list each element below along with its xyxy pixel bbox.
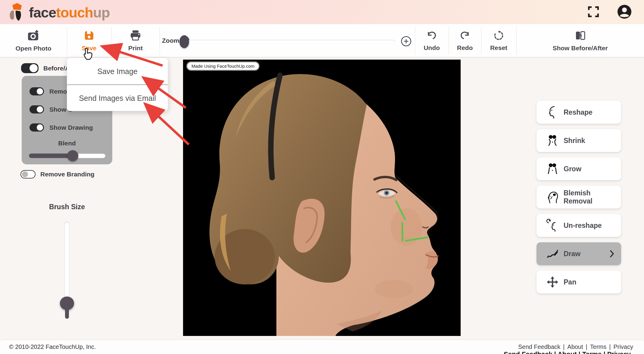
save-dropdown-menu: Save Image Send Images via Email: [67, 58, 168, 111]
brush-size-slider-thumb[interactable]: [60, 297, 74, 310]
remove-toggle[interactable]: [30, 87, 44, 95]
chevron-right-icon: [610, 250, 614, 258]
redo-label: Redo: [457, 44, 473, 51]
save-button[interactable]: Save: [67, 24, 111, 57]
grow-icon: [546, 162, 559, 175]
reset-button[interactable]: Reset: [481, 24, 516, 57]
footer-separator: |: [609, 343, 611, 350]
before-after-icon: [574, 30, 586, 42]
brush-size-slider-track[interactable]: [65, 222, 69, 313]
footer-links: Send Feedback | About | Terms | Privacy: [518, 343, 633, 350]
logo: facetouchup: [8, 2, 110, 23]
tool-grow[interactable]: Grow: [537, 157, 621, 180]
menu-item-send-images-via-email[interactable]: Send Images via Email: [67, 85, 168, 111]
menu-item-save-image[interactable]: Save Image: [67, 58, 168, 85]
zoom-slider-track[interactable]: [183, 40, 395, 44]
reset-icon: [493, 30, 505, 42]
tool-un-reshape[interactable]: Un-reshape: [537, 214, 621, 237]
open-photo-icon: [27, 30, 40, 43]
show-drawing-toggle[interactable]: [30, 123, 44, 132]
zoom-label: Zoom: [162, 37, 179, 44]
app-root: facetouchup: [0, 0, 644, 354]
footer-separator: |: [563, 343, 565, 350]
tool-draw[interactable]: Draw: [537, 242, 621, 265]
redo-button[interactable]: Redo: [449, 24, 481, 57]
show-before-after-button[interactable]: Show Before/After: [516, 24, 644, 57]
open-photo-button[interactable]: Open Photo: [0, 24, 67, 57]
show-c-toggle[interactable]: [30, 105, 44, 113]
print-label: Print: [128, 45, 143, 52]
zoom-control: Zoom: [160, 24, 415, 57]
logo-mark-icon: [8, 2, 26, 23]
terms-link[interactable]: Terms: [590, 343, 606, 350]
fullscreen-icon[interactable]: [587, 6, 599, 19]
remove-branding-label: Remove Branding: [40, 171, 95, 178]
reset-label: Reset: [490, 44, 507, 51]
shrink-icon: [546, 134, 559, 147]
privacy-link[interactable]: Privacy: [613, 343, 633, 350]
tool-reshape[interactable]: Reshape: [537, 101, 621, 124]
save-label: Save: [82, 45, 96, 52]
undo-button[interactable]: Undo: [415, 24, 449, 57]
portrait-image: [183, 60, 461, 336]
tool-pan[interactable]: Pan: [537, 271, 621, 293]
tool-blemish-removal[interactable]: Blemish Removal: [537, 186, 621, 209]
pan-icon: [546, 276, 559, 288]
undo-icon: [426, 30, 437, 42]
before-after-toggle[interactable]: [21, 63, 39, 73]
print-button[interactable]: Print: [111, 24, 160, 57]
toolbar: Open Photo Save: [0, 24, 644, 57]
blend-slider-thumb[interactable]: [67, 150, 78, 161]
brush-size-label: Brush Size: [30, 203, 104, 211]
zoom-slider-thumb[interactable]: [179, 35, 189, 48]
draw-icon: [546, 248, 559, 260]
blemish-removal-icon: [546, 191, 559, 204]
account-icon[interactable]: [617, 4, 632, 20]
reshape-icon: [546, 106, 559, 119]
show-before-after-label: Show Before/After: [552, 45, 608, 52]
redo-icon: [459, 30, 471, 42]
blend-label: Blend: [22, 140, 112, 147]
zoom-in-button[interactable]: [400, 36, 412, 47]
photo-canvas[interactable]: Made Using FaceTouchUp.com: [183, 60, 461, 336]
remove-branding-toggle[interactable]: [20, 170, 36, 179]
send-feedback-link[interactable]: Send Feedback: [518, 343, 560, 350]
header: facetouchup: [0, 0, 644, 24]
blend-slider-track[interactable]: [29, 154, 105, 158]
clipped-footer-text: Send Feedback | About | Terms | Privacy: [504, 350, 633, 354]
open-photo-label: Open Photo: [16, 45, 51, 52]
copyright-text: © 2010-2022 FaceTouchUp, Inc.: [9, 343, 96, 350]
print-icon: [129, 30, 142, 42]
show-drawing-toggle-label: Show Drawing: [49, 124, 93, 131]
save-icon: [83, 30, 95, 42]
logo-wordmark: facetouchup: [29, 3, 110, 22]
footer-separator: |: [586, 343, 587, 350]
tool-shrink[interactable]: Shrink: [537, 129, 621, 152]
un-reshape-icon: [546, 219, 559, 232]
watermark-label: Made Using FaceTouchUp.com: [187, 62, 259, 70]
undo-label: Undo: [424, 44, 440, 51]
about-link[interactable]: About: [567, 343, 583, 350]
